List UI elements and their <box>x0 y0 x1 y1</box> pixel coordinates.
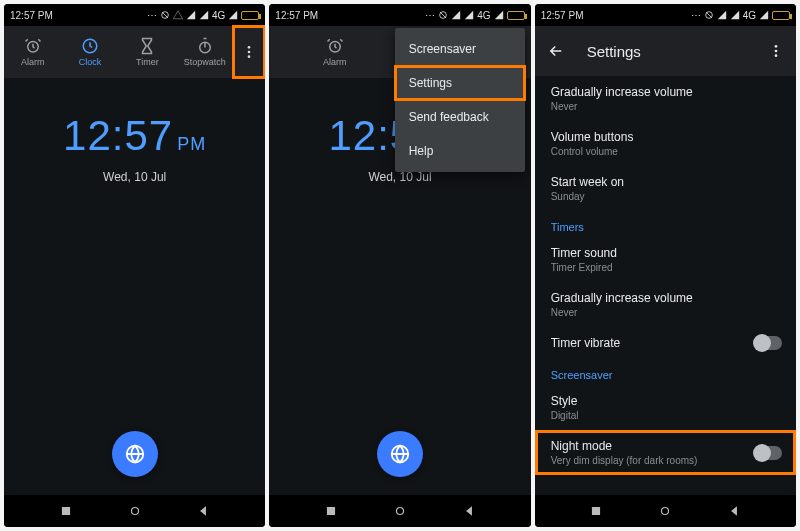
digital-clock: 12:57 PM <box>63 112 206 160</box>
settings-list[interactable]: Gradually increase volume Never Volume b… <box>535 76 796 495</box>
svg-rect-16 <box>327 507 335 515</box>
svg-line-12 <box>440 12 446 18</box>
globe-icon <box>124 443 146 465</box>
setting-style[interactable]: Style Digital <box>535 385 796 430</box>
svg-rect-23 <box>592 507 600 515</box>
svg-line-1 <box>162 12 168 18</box>
svg-rect-9 <box>62 507 70 515</box>
section-timers: Timers <box>535 211 796 237</box>
recent-apps-icon[interactable] <box>589 504 603 518</box>
home-icon[interactable] <box>658 504 672 518</box>
back-icon[interactable] <box>727 504 741 518</box>
setting-start-week-on[interactable]: Start week on Sunday <box>535 166 796 211</box>
svg-point-5 <box>248 46 251 49</box>
tab-alarm[interactable]: Alarm <box>269 37 400 67</box>
setting-gradual-volume-2[interactable]: Gradually increase volume Never <box>535 282 796 327</box>
settings-title: Settings <box>587 43 641 60</box>
setting-gradual-volume[interactable]: Gradually increase volume Never <box>535 76 796 121</box>
phone-screenshot-3: 12:57 PM ⋯ 4G Settings Gradually increas… <box>535 4 796 527</box>
settings-header: Settings <box>535 26 796 76</box>
menu-settings[interactable]: Settings <box>395 66 525 100</box>
section-screensaver: Screensaver <box>535 359 796 385</box>
svg-point-20 <box>775 45 778 48</box>
night-mode-toggle[interactable] <box>754 446 782 460</box>
timer-vibrate-toggle[interactable] <box>754 336 782 350</box>
tab-clock[interactable]: Clock <box>61 37 118 67</box>
tab-timer[interactable]: Timer <box>119 37 176 67</box>
recent-apps-icon[interactable] <box>59 504 73 518</box>
clock-date: Wed, 10 Jul <box>368 170 431 184</box>
status-time: 12:57 PM <box>541 10 584 21</box>
android-navbar <box>4 495 265 527</box>
setting-timer-vibrate[interactable]: Timer vibrate <box>535 327 796 359</box>
svg-line-19 <box>706 12 712 18</box>
world-clock-fab[interactable] <box>112 431 158 477</box>
back-icon[interactable] <box>462 504 476 518</box>
recent-apps-icon[interactable] <box>324 504 338 518</box>
clock-date: Wed, 10 Jul <box>103 170 166 184</box>
svg-point-24 <box>662 508 669 515</box>
menu-help[interactable]: Help <box>395 134 525 168</box>
status-time: 12:57 PM <box>275 10 318 21</box>
more-menu-button[interactable] <box>233 26 265 78</box>
status-icons: ⋯ 4G <box>147 10 259 21</box>
setting-volume-buttons[interactable]: Volume buttons Control volume <box>535 121 796 166</box>
svg-point-22 <box>775 54 778 57</box>
home-icon[interactable] <box>128 504 142 518</box>
tab-stopwatch[interactable]: Stopwatch <box>176 37 233 67</box>
status-time: 12:57 PM <box>10 10 53 21</box>
svg-point-21 <box>775 50 778 53</box>
status-icons: ⋯ 4G <box>691 10 790 21</box>
menu-send-feedback[interactable]: Send feedback <box>395 100 525 134</box>
svg-point-17 <box>396 508 403 515</box>
clock-tabbar: Alarm Clock Timer Stopwatch <box>4 26 265 78</box>
android-navbar <box>269 495 530 527</box>
phone-screenshot-1: 12:57 PM ⋯ 4G Alarm Clock Timer Stopwatc… <box>4 4 265 527</box>
svg-point-6 <box>248 51 251 54</box>
globe-icon <box>389 443 411 465</box>
status-icons: ⋯ 4G <box>425 10 524 21</box>
android-navbar <box>535 495 796 527</box>
setting-timer-sound[interactable]: Timer sound Timer Expired <box>535 237 796 282</box>
back-icon[interactable] <box>196 504 210 518</box>
svg-point-10 <box>131 508 138 515</box>
world-clock-fab[interactable] <box>377 431 423 477</box>
setting-night-mode[interactable]: Night mode Very dim display (for dark ro… <box>535 430 796 475</box>
phone-screenshot-2: 12:57 PM ⋯ 4G Alarm Clock 12:57 PM Wed, … <box>269 4 530 527</box>
tab-alarm[interactable]: Alarm <box>4 37 61 67</box>
svg-point-7 <box>248 55 251 58</box>
back-arrow-icon[interactable] <box>547 42 565 60</box>
home-icon[interactable] <box>393 504 407 518</box>
more-vert-icon[interactable] <box>768 43 784 59</box>
status-bar: 12:57 PM ⋯ 4G <box>535 4 796 26</box>
status-bar: 12:57 PM ⋯ 4G <box>4 4 265 26</box>
clock-body: 12:57 PM Wed, 10 Jul <box>4 78 265 495</box>
overflow-menu: Screensaver Settings Send feedback Help <box>395 28 525 172</box>
more-vert-icon <box>241 44 257 60</box>
menu-screensaver[interactable]: Screensaver <box>395 32 525 66</box>
status-bar: 12:57 PM ⋯ 4G <box>269 4 530 26</box>
